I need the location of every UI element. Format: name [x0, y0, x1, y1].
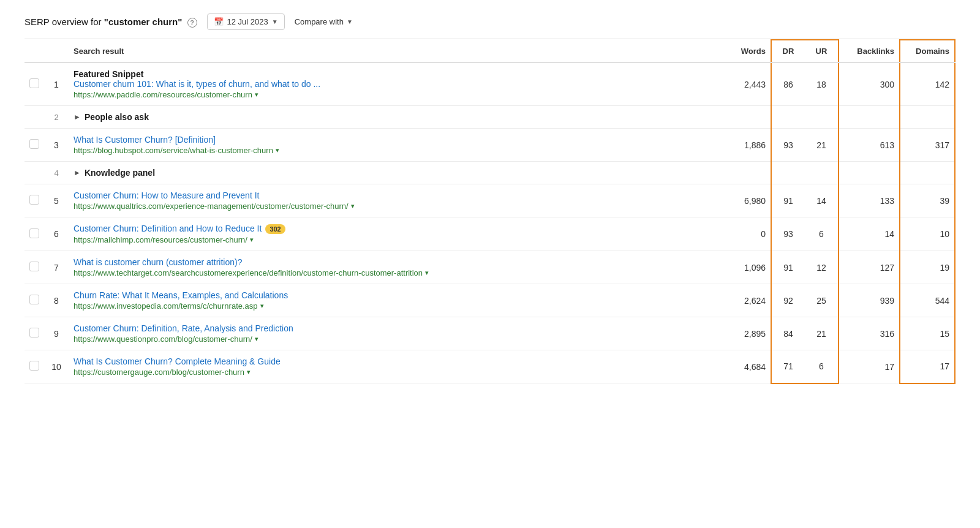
backlinks-cell[interactable]: 613	[839, 129, 900, 162]
col-dr-header: DR	[771, 40, 805, 62]
row-checkbox[interactable]	[29, 78, 39, 88]
table-row: 10 What Is Customer Churn? Complete Mean…	[24, 350, 955, 383]
dr-cell	[771, 106, 805, 129]
dr-cell	[771, 162, 805, 184]
checkbox-cell[interactable]	[24, 251, 44, 284]
url-dropdown-icon[interactable]: ▾	[255, 335, 258, 343]
result-title-link[interactable]: Customer Churn: Definition, Rate, Analys…	[74, 323, 717, 333]
dr-cell: 93	[771, 217, 805, 251]
domains-cell[interactable]: 17	[900, 350, 955, 383]
row-num: 10	[44, 350, 69, 383]
featured-snippet-label: Featured Snippet	[74, 69, 717, 79]
dr-cell: 92	[771, 284, 805, 317]
domains-cell	[900, 162, 955, 184]
backlinks-cell[interactable]: 127	[839, 251, 900, 284]
url-dropdown-icon[interactable]: ▾	[425, 269, 429, 277]
domains-cell[interactable]: 317	[900, 129, 955, 162]
dr-cell: 84	[771, 317, 805, 350]
row-checkbox[interactable]	[29, 328, 39, 338]
url-dropdown-icon[interactable]: ▾	[276, 146, 279, 154]
words-cell: 2,895	[722, 317, 771, 350]
domains-cell[interactable]: 39	[900, 184, 955, 217]
table-header-row: Search result Words DR UR Backlinks Doma…	[24, 40, 955, 62]
page-title: SERP overview for "customer churn" ?	[24, 17, 197, 28]
expand-arrow-icon[interactable]: ►	[74, 113, 81, 121]
dr-cell: 86	[771, 62, 805, 106]
calendar-icon: 📅	[214, 17, 224, 26]
search-result-cell: Customer Churn: Definition, Rate, Analys…	[69, 317, 722, 350]
search-result-cell: Customer Churn: Definition and How to Re…	[69, 217, 722, 251]
backlinks-cell[interactable]: 316	[839, 317, 900, 350]
table-row: 2 ► People also ask	[24, 106, 955, 129]
result-url: https://www.techtarget.com/searchcustome…	[74, 268, 717, 277]
date-picker-button[interactable]: 📅 12 Jul 2023 ▼	[207, 13, 285, 30]
search-result-cell: Customer Churn: How to Measure and Preve…	[69, 184, 722, 217]
words-cell: 6,980	[722, 184, 771, 217]
date-label: 12 Jul 2023	[227, 17, 268, 26]
row-checkbox[interactable]	[29, 195, 39, 205]
row-checkbox[interactable]	[29, 139, 39, 149]
backlinks-cell[interactable]: 133	[839, 184, 900, 217]
chevron-down-icon: ▼	[272, 18, 278, 25]
row-num: 3	[44, 129, 69, 162]
domains-cell[interactable]: 544	[900, 284, 955, 317]
result-title-link[interactable]: Customer churn 101: What is it, types of…	[74, 79, 717, 89]
url-dropdown-icon[interactable]: ▾	[250, 236, 254, 244]
ur-cell	[805, 106, 839, 129]
ur-cell: 14	[805, 184, 839, 217]
col-ur-header: UR	[805, 40, 839, 62]
domains-cell[interactable]: 10	[900, 217, 955, 251]
expand-arrow-icon[interactable]: ►	[74, 168, 81, 177]
backlinks-cell	[839, 106, 900, 129]
domains-cell[interactable]: 19	[900, 251, 955, 284]
serp-results-table: Search result Words DR UR Backlinks Doma…	[24, 39, 956, 384]
compare-with-button[interactable]: Compare with ▼	[295, 17, 353, 26]
checkbox-cell[interactable]	[24, 350, 44, 383]
search-result-cell: What is customer churn (customer attriti…	[69, 251, 722, 284]
backlinks-cell[interactable]: 300	[839, 62, 900, 106]
help-icon[interactable]: ?	[187, 18, 197, 28]
checkbox-cell[interactable]	[24, 217, 44, 251]
row-checkbox[interactable]	[29, 228, 39, 238]
result-title-link[interactable]: What is customer churn (customer attriti…	[74, 257, 717, 267]
col-words-header: Words	[722, 40, 771, 62]
url-dropdown-icon[interactable]: ▾	[255, 91, 258, 99]
result-title-link[interactable]: What Is Customer Churn? Complete Meaning…	[74, 356, 717, 366]
special-label-cell[interactable]: ► Knowledge panel	[69, 162, 722, 184]
result-url: https://www.questionpro.com/blog/custome…	[74, 334, 717, 344]
words-cell: 2,624	[722, 284, 771, 317]
result-title-link[interactable]: Customer Churn: How to Measure and Preve…	[74, 190, 717, 200]
domains-cell[interactable]: 15	[900, 317, 955, 350]
row-checkbox[interactable]	[29, 295, 39, 304]
domains-cell[interactable]: 142	[900, 62, 955, 106]
checkbox-cell[interactable]	[24, 317, 44, 350]
special-row-label: People also ask	[85, 112, 149, 122]
col-domains-header: Domains	[900, 40, 955, 62]
url-dropdown-icon[interactable]: ▾	[247, 368, 251, 376]
result-url: https://www.paddle.com/resources/custome…	[74, 90, 717, 99]
backlinks-cell[interactable]: 939	[839, 284, 900, 317]
checkbox-cell[interactable]	[24, 62, 44, 106]
backlinks-cell[interactable]: 17	[839, 350, 900, 383]
row-num: 9	[44, 317, 69, 350]
backlinks-cell[interactable]: 14	[839, 217, 900, 251]
result-title-link[interactable]: Customer Churn: Definition and How to Re…	[74, 224, 717, 234]
table-row: 4 ► Knowledge panel	[24, 162, 955, 184]
checkbox-cell[interactable]	[24, 184, 44, 217]
row-checkbox[interactable]	[29, 361, 39, 371]
row-checkbox[interactable]	[29, 262, 39, 271]
checkbox-cell	[24, 162, 44, 184]
checkbox-cell[interactable]	[24, 284, 44, 317]
ur-cell: 18	[805, 62, 839, 106]
chevron-down-icon: ▼	[347, 18, 353, 25]
result-title-link[interactable]: What Is Customer Churn? [Definition]	[74, 135, 717, 145]
row-badge: 302	[265, 224, 285, 234]
table-row: 7 What is customer churn (customer attri…	[24, 251, 955, 284]
checkbox-cell[interactable]	[24, 129, 44, 162]
special-label-cell[interactable]: ► People also ask	[69, 106, 722, 129]
words-cell	[722, 106, 771, 129]
result-title-link[interactable]: Churn Rate: What It Means, Examples, and…	[74, 290, 717, 300]
dr-cell: 71	[771, 350, 805, 383]
url-dropdown-icon[interactable]: ▾	[260, 302, 264, 310]
url-dropdown-icon[interactable]: ▾	[351, 202, 355, 210]
